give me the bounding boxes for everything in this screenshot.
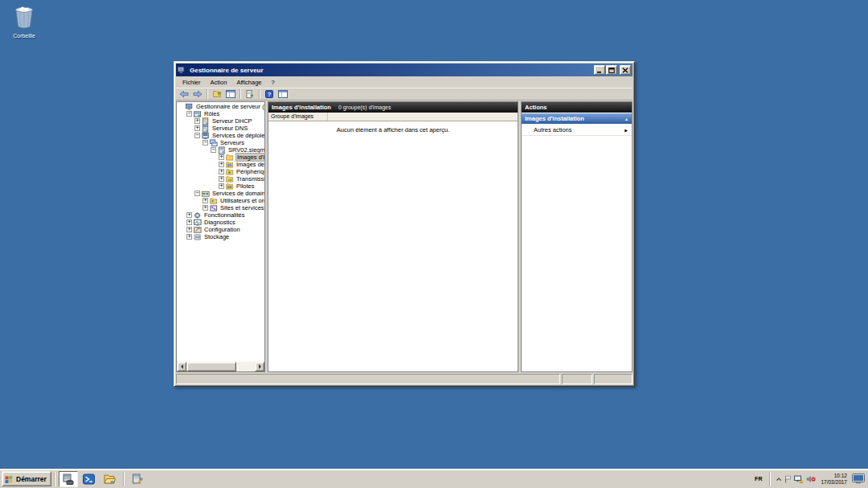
tree-item-label: Diagnostics — [203, 219, 236, 226]
tree-expander[interactable]: + — [219, 162, 224, 167]
submenu-arrow-icon — [624, 126, 628, 133]
results-count: 0 groupe(s) d'images — [338, 105, 391, 110]
autres-actions-item[interactable]: Autres actions — [522, 124, 632, 136]
language-indicator[interactable]: FR — [752, 474, 764, 483]
tree-item[interactable]: +Utilisateurs et ordinate — [177, 197, 264, 204]
menu-item-affichage[interactable]: Affichage — [231, 78, 266, 87]
tree-item-label: Images de dém — [235, 161, 264, 168]
scrollbar-thumb[interactable] — [186, 362, 236, 371]
tree-item[interactable]: +Serveur DHCP — [177, 117, 264, 125]
svg-text:?: ? — [268, 91, 272, 98]
tree-expander[interactable]: + — [203, 198, 208, 203]
menu-item-fichier[interactable]: Fichier — [178, 78, 206, 87]
menu-item-action[interactable]: Action — [206, 78, 232, 87]
help-button[interactable]: ? — [263, 88, 276, 100]
explorer-icon — [104, 474, 116, 485]
tree-item-label: Sites et services Active — [219, 204, 264, 211]
tree-item[interactable]: +Périphériques e — [177, 168, 264, 175]
scroll-left-button[interactable] — [177, 362, 186, 371]
tree-expander[interactable]: − — [211, 147, 216, 153]
results-title: Images d'installation — [272, 104, 331, 111]
tray-divider — [769, 472, 771, 486]
tree-item-label: Serveur DHCP — [211, 117, 253, 125]
back-button[interactable] — [178, 88, 190, 100]
tree-item-label: Fonctionnalités — [203, 211, 245, 219]
tree-expander[interactable]: + — [219, 176, 224, 182]
server-manager-taskbar-button[interactable] — [59, 471, 78, 487]
scroll-right-button[interactable] — [255, 362, 264, 371]
volume-muted-icon[interactable] — [806, 475, 816, 483]
window-titlebar[interactable]: Gestionnaire de serveur — [176, 64, 633, 76]
tree-item[interactable]: +Images de dém — [177, 161, 264, 168]
action-center-flag-icon[interactable] — [784, 475, 792, 483]
tree-item[interactable]: +Configuration — [177, 226, 264, 233]
tree-item[interactable]: +Pilotes — [177, 182, 264, 190]
taskbar-divider — [123, 472, 125, 486]
tree-expander[interactable]: + — [186, 219, 192, 225]
tree-expander[interactable]: + — [219, 154, 224, 160]
close-button[interactable] — [620, 65, 631, 75]
tree-item[interactable]: +Stockage — [177, 233, 264, 240]
tree-expander[interactable]: + — [219, 183, 224, 189]
forward-button[interactable] — [191, 88, 204, 100]
tree-expander[interactable]: − — [203, 140, 208, 146]
scroll-left-arrow-icon — [178, 364, 183, 369]
maximize-button[interactable] — [606, 65, 617, 75]
actions-section-images-installation[interactable]: Images d'installation — [522, 113, 632, 124]
results-pane: Images d'installation 0 groupe(s) d'imag… — [268, 101, 518, 372]
server-manager-icon — [62, 474, 74, 485]
server-manager-window: Gestionnaire de serveur FichierActionAff… — [174, 61, 635, 387]
tree-expander[interactable]: + — [186, 234, 192, 240]
tree-item[interactable]: −Rôles — [177, 110, 264, 117]
tree-expander[interactable]: + — [186, 227, 192, 232]
up-level-button[interactable] — [211, 88, 223, 100]
menu-item-help[interactable]: ? — [267, 78, 280, 87]
tree-item[interactable]: −Services de déploiement Wi — [177, 132, 264, 139]
tree-item[interactable]: +Diagnostics — [177, 219, 264, 226]
window-title: Gestionnaire de serveur — [190, 67, 592, 74]
window-tree-icon — [278, 90, 288, 98]
explorer-taskbar-button[interactable] — [100, 471, 120, 487]
empty-list-message: Aucun élément à afficher dans cet aperçu… — [268, 121, 518, 371]
arrow-left-icon — [179, 90, 189, 98]
actions-header: Actions — [522, 102, 632, 113]
show-console-tree-button[interactable] — [224, 88, 237, 100]
tree-item[interactable]: −Services de domaine Active — [177, 190, 264, 197]
new-window-button[interactable] — [276, 88, 289, 100]
tree-item-label: Gestionnaire de serveur (SRV02) — [195, 103, 264, 110]
powershell-taskbar-button[interactable] — [80, 471, 99, 487]
tree-expander[interactable]: + — [219, 169, 224, 174]
tree-expander[interactable]: − — [186, 111, 192, 117]
tree-expander[interactable]: + — [194, 118, 200, 124]
tree-expander[interactable]: − — [194, 191, 200, 196]
menu-bar: FichierActionAffichage? — [176, 76, 633, 88]
tree-horizontal-scrollbar[interactable] — [177, 362, 264, 371]
tree-expander[interactable]: + — [203, 205, 208, 211]
tree-item[interactable]: +Sites et services Active — [177, 204, 264, 211]
export-list-button[interactable] — [244, 88, 256, 100]
tree-item[interactable]: +Images d'install — [177, 154, 264, 161]
tree-item-label: Serveur DNS — [211, 125, 248, 132]
column-groupe-dimages[interactable]: Groupe d'images — [268, 113, 328, 121]
tree-expander[interactable]: − — [194, 133, 200, 138]
admin-tools-taskbar-button[interactable] — [128, 471, 147, 487]
show-hidden-icons-button[interactable] — [776, 476, 782, 482]
minimize-button[interactable] — [594, 65, 605, 75]
tree-item-label: Pilotes — [235, 182, 256, 190]
tree-item-label: Services de déploiement Wi — [211, 132, 264, 139]
network-warning-icon[interactable] — [794, 475, 804, 483]
tree-item[interactable]: Gestionnaire de serveur (SRV02) — [177, 103, 264, 110]
taskbar-clock[interactable]: 10:12 17/03/2017 — [818, 473, 850, 486]
recycle-bin-desktop-icon[interactable]: Corbeille — [3, 3, 45, 39]
desktop-monitor-tray-icon[interactable] — [852, 474, 865, 484]
start-button[interactable]: Démarrer — [2, 471, 51, 486]
tree-expander[interactable]: + — [186, 212, 192, 218]
storage-icon — [194, 233, 202, 241]
collapse-section-icon[interactable] — [624, 115, 628, 122]
tree-item[interactable]: +Transmission pa — [177, 175, 264, 182]
adds-icon — [202, 190, 210, 198]
server-icon — [218, 146, 226, 154]
tree-item[interactable]: +Fonctionnalités — [177, 211, 264, 219]
tree-expander[interactable]: + — [194, 125, 200, 131]
tree-item[interactable]: +Serveur DNS — [177, 125, 264, 132]
